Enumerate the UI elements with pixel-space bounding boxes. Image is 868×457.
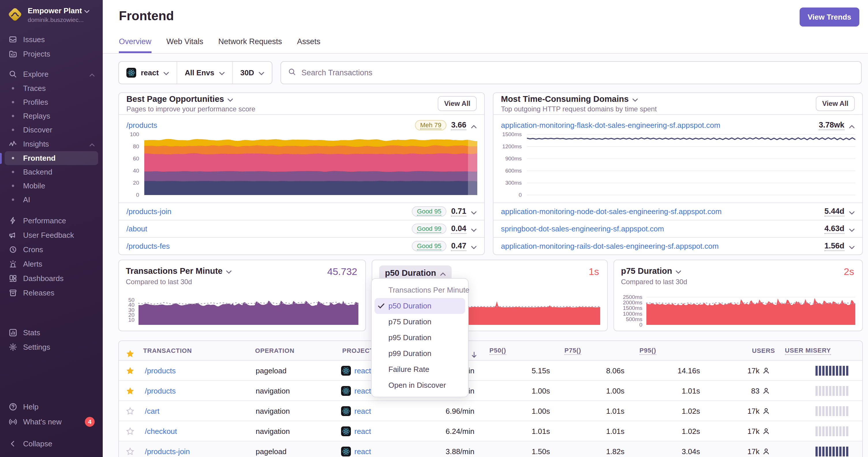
sidebar-item-discover[interactable]: Discover — [5, 123, 98, 137]
row-link[interactable]: springboot-dot-sales-engineering-sf.apps… — [501, 225, 664, 233]
sidebar-item-help[interactable]: Help — [5, 399, 98, 414]
tab-assets[interactable]: Assets — [297, 37, 320, 53]
transaction-link[interactable]: /checkout — [145, 421, 177, 442]
metric-title[interactable]: p75 Duration — [621, 266, 672, 276]
sidebar-item-profiles[interactable]: Profiles — [5, 95, 98, 109]
transaction-link[interactable]: /products — [145, 381, 176, 401]
domain-row[interactable]: application-monitoring-rails-dot-sales-e… — [493, 237, 862, 255]
project-cell[interactable]: react — [341, 381, 371, 401]
user-misery-cell — [815, 401, 849, 421]
menu-item-failure-rate[interactable]: Failure Rate — [372, 361, 468, 378]
project-cell[interactable]: react — [341, 421, 371, 442]
chevron-down-icon[interactable] — [849, 241, 855, 252]
menu-item-transactions-per-minute[interactable]: Transactions Per Minute — [372, 282, 468, 298]
expanded-page-row[interactable]: /products Meh 79 3.66 — [119, 118, 484, 133]
expanded-domain-row[interactable]: application-monitoring-flask-dot-sales-e… — [493, 118, 862, 133]
search-input[interactable] — [301, 68, 854, 77]
menu-item-p75-duration[interactable]: p75 Duration — [372, 314, 468, 330]
sidebar-item-crons[interactable]: Crons — [5, 242, 98, 257]
page-opportunity-row[interactable]: /products-join Good 95 0.71 — [119, 202, 484, 220]
star-empty-icon[interactable] — [126, 442, 134, 457]
metric-title[interactable]: Transactions Per Minute — [126, 266, 222, 276]
page-opportunity-row[interactable]: /products-fes Good 95 0.47 — [119, 237, 484, 255]
column-p95[interactable]: P95() — [640, 347, 656, 355]
environment-filter[interactable]: All Envs — [177, 62, 232, 84]
menu-item-p99-duration[interactable]: p99 Duration — [372, 346, 468, 361]
star-empty-icon[interactable] — [126, 401, 134, 421]
sidebar-item-projects[interactable]: Projects — [5, 47, 98, 61]
table-row[interactable]: /cart navigation react 6.96/min 1.00s 1.… — [119, 401, 862, 421]
column-operation[interactable]: OPERATION — [255, 341, 294, 361]
chevron-down-icon[interactable] — [471, 224, 477, 234]
project-cell[interactable]: react — [341, 442, 371, 457]
table-row[interactable]: /products-join pageload react 3.88/min 1… — [119, 442, 862, 457]
chevron-down-icon[interactable] — [849, 224, 855, 234]
transaction-link[interactable]: /products-join — [145, 442, 190, 457]
domain-row[interactable]: application-monitoring-node-dot-sales-en… — [493, 202, 862, 220]
view-all-button[interactable]: View All — [816, 96, 855, 111]
transaction-link[interactable]: /products — [126, 121, 157, 130]
chevron-up-icon[interactable] — [471, 120, 477, 131]
column-transaction[interactable]: TRANSACTION — [143, 341, 192, 361]
domain-link[interactable]: application-monitoring-flask-dot-sales-e… — [501, 121, 720, 130]
menu-item-p95-duration[interactable]: p95 Duration — [372, 330, 468, 346]
column-user-misery[interactable]: USER MISERY — [785, 347, 831, 355]
chevron-up-icon[interactable] — [849, 120, 855, 131]
sidebar-item-explore[interactable]: Explore — [5, 67, 98, 81]
row-link[interactable]: /products-join — [126, 207, 172, 216]
chevron-down-icon[interactable] — [471, 241, 477, 252]
date-range-filter[interactable]: 30D — [232, 62, 272, 84]
transaction-link[interactable]: /products — [145, 361, 176, 381]
project-filter[interactable]: react — [119, 62, 177, 84]
star-filled-icon[interactable] — [126, 361, 134, 381]
menu-item-p50-duration[interactable]: p50 Duration — [375, 298, 465, 314]
sidebar-item-performance[interactable]: Performance — [5, 214, 98, 228]
row-link[interactable]: /products-fes — [126, 242, 170, 251]
table-row[interactable]: /checkout navigation react 6.24/min 1.01… — [119, 421, 862, 442]
transaction-link[interactable]: /cart — [145, 401, 160, 421]
tab-overview[interactable]: Overview — [119, 37, 152, 53]
chevron-down-icon[interactable] — [849, 206, 855, 217]
row-link[interactable]: application-monitoring-rails-dot-sales-e… — [501, 242, 718, 251]
table-row[interactable]: /products pageload react /min 5.15s 8.06… — [119, 361, 862, 381]
sidebar-item-mobile[interactable]: Mobile — [5, 179, 98, 193]
project-cell[interactable]: react — [341, 401, 371, 421]
menu-item-open-in-discover[interactable]: Open in Discover — [372, 378, 468, 393]
tab-web-vitals[interactable]: Web Vitals — [166, 37, 204, 53]
panel-title[interactable]: Best Page Opportunities — [126, 94, 224, 104]
sidebar-item-replays[interactable]: Replays — [5, 109, 98, 123]
view-trends-button[interactable]: View Trends — [800, 7, 859, 27]
sidebar-item-issues[interactable]: Issues — [5, 32, 98, 47]
star-empty-icon[interactable] — [126, 421, 134, 442]
sidebar-item-collapse[interactable]: Collapse — [5, 436, 98, 451]
chevron-down-icon[interactable] — [471, 206, 477, 217]
sidebar-item-what-s-new[interactable]: What's new4 — [5, 414, 98, 429]
row-link[interactable]: application-monitoring-node-dot-sales-en… — [501, 207, 722, 216]
star-filled-icon[interactable] — [126, 381, 134, 401]
column-users[interactable]: USERS — [752, 341, 775, 361]
view-all-button[interactable]: View All — [438, 96, 477, 111]
bullet-icon — [12, 171, 14, 173]
sidebar-item-settings[interactable]: Settings — [5, 340, 98, 354]
sidebar-item-user-feedback[interactable]: User Feedback — [5, 228, 98, 242]
sidebar-item-frontend[interactable]: Frontend — [5, 151, 98, 165]
org-switcher[interactable]: Empower Plant dominik.buszowiec... — [0, 0, 103, 28]
sidebar-item-insights[interactable]: Insights — [5, 137, 98, 151]
sidebar-item-traces[interactable]: Traces — [5, 81, 98, 95]
tab-network-requests[interactable]: Network Requests — [218, 37, 282, 53]
row-link[interactable]: /about — [126, 225, 147, 233]
domain-row[interactable]: springboot-dot-sales-engineering-sf.apps… — [493, 220, 862, 237]
panel-title[interactable]: Most Time-Consuming Domains — [501, 94, 629, 104]
column-p75[interactable]: P75() — [564, 347, 581, 355]
project-cell[interactable]: react — [341, 361, 371, 381]
sidebar-item-alerts[interactable]: Alerts — [5, 257, 98, 271]
sidebar-item-releases[interactable]: Releases — [5, 286, 98, 300]
table-row[interactable]: /products navigation react /min 1.00s 1.… — [119, 381, 862, 401]
sidebar-item-ai[interactable]: AI — [5, 193, 98, 206]
column-project[interactable]: PROJECT — [342, 341, 374, 361]
page-opportunity-row[interactable]: /about Good 99 0.04 — [119, 220, 484, 237]
sidebar-item-backend[interactable]: Backend — [5, 165, 98, 179]
column-p50[interactable]: P50() — [489, 347, 506, 355]
sidebar-item-stats[interactable]: Stats — [5, 325, 98, 340]
sidebar-item-dashboards[interactable]: Dashboards — [5, 271, 98, 286]
